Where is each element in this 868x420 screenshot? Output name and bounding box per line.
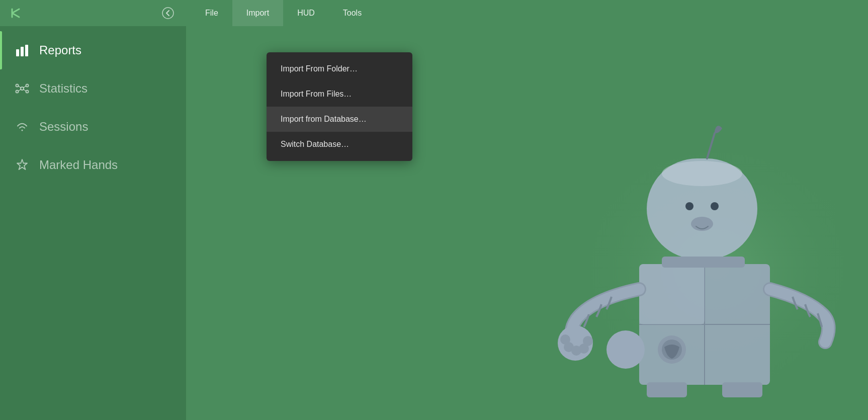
svg-point-15: [662, 161, 742, 186]
import-dropdown: Import From Folder… Import From Files… I…: [267, 52, 412, 161]
star-icon: [14, 157, 30, 173]
back-button[interactable]: [160, 5, 176, 21]
svg-point-8: [26, 91, 29, 93]
main-layout: Reports Statistics: [0, 26, 868, 420]
svg-rect-35: [662, 257, 745, 268]
app-logo-icon: [9, 5, 25, 21]
robot-svg: [491, 118, 868, 420]
sidebar-item-reports-label: Reports: [39, 43, 81, 57]
svg-rect-23: [639, 264, 705, 324]
svg-line-11: [19, 90, 21, 92]
svg-rect-2: [21, 47, 24, 56]
svg-point-7: [16, 91, 19, 93]
robot-illustration: [491, 118, 868, 420]
sidebar-item-marked-hands-label: Marked Hands: [39, 158, 118, 172]
svg-line-9: [19, 86, 21, 88]
sidebar: Reports Statistics: [0, 26, 186, 420]
menu-file[interactable]: File: [191, 0, 232, 26]
sidebar-item-sessions[interactable]: Sessions: [0, 108, 186, 146]
svg-point-5: [16, 85, 19, 87]
dropdown-import-database[interactable]: Import from Database…: [267, 107, 412, 132]
menu-hud[interactable]: HUD: [283, 0, 329, 26]
network-icon: [14, 80, 30, 97]
sidebar-item-statistics[interactable]: Statistics: [0, 69, 186, 108]
svg-rect-3: [25, 45, 28, 56]
svg-point-0: [162, 8, 173, 19]
logo-area: [0, 0, 186, 26]
content-area: Import From Folder… Import From Files… I…: [186, 26, 868, 420]
dropdown-import-files[interactable]: Import From Files…: [267, 81, 412, 107]
svg-line-10: [24, 86, 26, 88]
menubar: File Import HUD Tools: [0, 0, 868, 26]
sidebar-item-reports[interactable]: Reports: [0, 31, 186, 69]
svg-rect-33: [647, 382, 687, 397]
dropdown-import-folder[interactable]: Import From Folder…: [267, 56, 412, 81]
svg-rect-1: [16, 49, 19, 56]
svg-point-17: [685, 202, 693, 210]
sidebar-item-statistics-label: Statistics: [39, 81, 88, 96]
svg-point-18: [711, 202, 719, 210]
wifi-icon: [14, 119, 30, 135]
svg-point-6: [26, 85, 29, 87]
dropdown-switch-database[interactable]: Switch Database…: [267, 132, 412, 157]
menu-import[interactable]: Import: [232, 0, 283, 26]
bar-chart-icon: [14, 42, 30, 58]
sidebar-item-sessions-label: Sessions: [39, 120, 88, 134]
svg-point-32: [606, 330, 645, 369]
sidebar-item-marked-hands[interactable]: Marked Hands: [0, 146, 186, 184]
svg-line-12: [24, 90, 26, 92]
menu-items: File Import HUD Tools: [186, 0, 376, 26]
svg-rect-34: [722, 382, 762, 397]
svg-point-31: [583, 336, 593, 346]
menu-tools[interactable]: Tools: [329, 0, 376, 26]
